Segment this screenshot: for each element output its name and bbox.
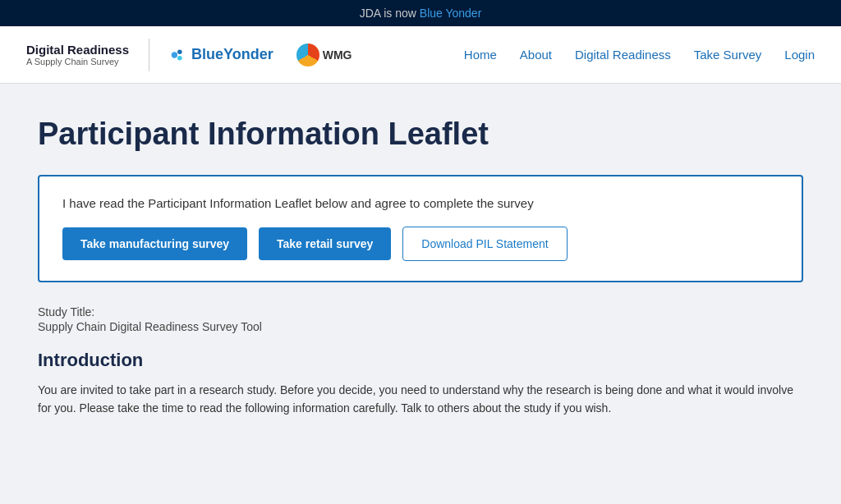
take-manufacturing-button[interactable]: Take manufacturing survey (62, 227, 247, 260)
brand: Digital Readiness A Supply Chain Survey (26, 43, 129, 66)
main-content: Participant Information Leaflet I have r… (18, 84, 823, 438)
banner-link[interactable]: Blue Yonder (420, 7, 482, 20)
blueyonder-logo: BlueYonder (169, 46, 273, 64)
header-left: Digital Readiness A Supply Chain Survey … (26, 39, 352, 71)
main-nav: Home About Digital Readiness Take Survey… (464, 48, 815, 62)
download-pil-button[interactable]: Download PIL Statement (402, 227, 567, 261)
consent-box: I have read the Participant Information … (38, 175, 803, 282)
svg-point-2 (177, 55, 182, 60)
introduction-heading: Introduction (38, 350, 803, 371)
svg-point-1 (177, 49, 182, 54)
header-divider (149, 39, 149, 71)
blueyonder-name: BlueYonder (191, 46, 273, 63)
consent-buttons: Take manufacturing survey Take retail su… (62, 227, 779, 261)
study-label: Study Title: (38, 305, 803, 318)
nav-digital-readiness[interactable]: Digital Readiness (575, 48, 671, 62)
header: Digital Readiness A Supply Chain Survey … (0, 26, 841, 84)
top-banner: JDA is now Blue Yonder (0, 0, 841, 26)
nav-home[interactable]: Home (464, 48, 497, 62)
introduction-body: You are invited to take part in a resear… (38, 381, 803, 418)
brand-title: Digital Readiness (26, 43, 129, 57)
wmg-logo: WMG (296, 44, 352, 66)
study-value: Supply Chain Digital Readiness Survey To… (38, 320, 803, 333)
take-retail-button[interactable]: Take retail survey (259, 227, 391, 260)
nav-login[interactable]: Login (784, 48, 815, 62)
wmg-circle-icon (296, 44, 319, 66)
wmg-name: WMG (323, 48, 352, 62)
nav-about[interactable]: About (520, 48, 552, 62)
brand-subtitle: A Supply Chain Survey (26, 57, 129, 66)
svg-point-0 (172, 52, 177, 57)
banner-text: JDA is now (360, 7, 420, 20)
blueyonder-icon (169, 46, 187, 64)
consent-text: I have read the Participant Information … (62, 196, 779, 210)
nav-take-survey[interactable]: Take Survey (694, 48, 762, 62)
page-title: Participant Information Leaflet (38, 117, 803, 152)
